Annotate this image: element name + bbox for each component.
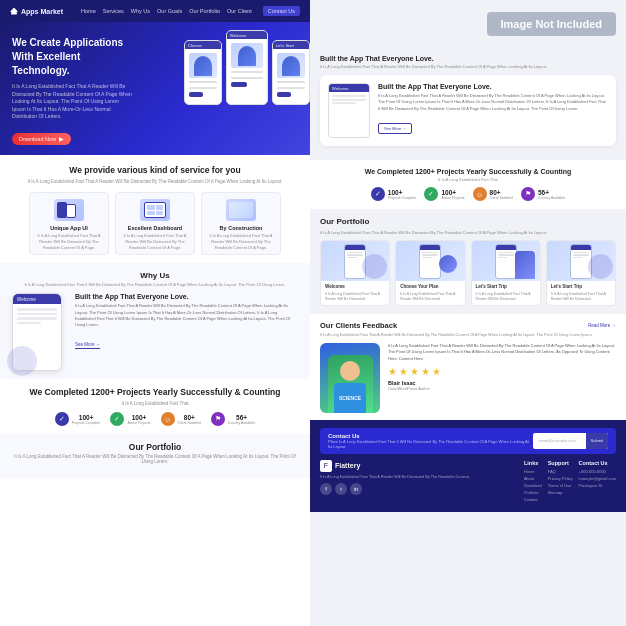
service-card-1: Unique App UI It Is A Long Established F… (29, 192, 109, 255)
service-icon-2 (140, 199, 170, 221)
deco-circle (7, 346, 37, 376)
nav-home[interactable]: Home (81, 8, 96, 14)
port-card-3: Let's Start Trip It Is A Long Establishe… (471, 240, 541, 306)
image-not-included-badge: Image Not Included (487, 12, 616, 36)
left-panel: Apps Market Home Services Why Us Our Goa… (0, 0, 310, 626)
nav-logo: Apps Market (10, 8, 63, 15)
footer-email-input[interactable]: email@example.com Submit (533, 433, 608, 449)
stat-item-2: ✓ 100+ Active Projects (110, 412, 150, 426)
stat-right-3: ☺ 80+ Client Satisfied (473, 187, 513, 201)
feature-text: Built the App That Everyone Love. It Is … (378, 83, 608, 134)
nav-why[interactable]: Why Us (131, 8, 150, 14)
nav-goals[interactable]: Our Goals (157, 8, 182, 14)
stat-item-4: ⚑ 56+ Country Available (211, 412, 255, 426)
footer-section: Contact Us Place Is A Long Established F… (310, 420, 626, 512)
portfolio-section: Our Portfolio It Is A Long Established F… (0, 434, 310, 478)
app-feature-card: Welcome Built the App That Everyone Love… (320, 75, 616, 146)
portfolio-right-section: Our Portfolio It Is A Long Established F… (310, 209, 626, 314)
footer-social: f t in (320, 483, 518, 495)
hero-section: We Create Applications With Excellent Te… (0, 22, 310, 155)
phone-mock-3: Let's Start (272, 40, 310, 105)
feedback-section: Our Clients Feedback Read More → It Is A… (310, 314, 626, 420)
footer-logo-icon: F (320, 460, 332, 472)
hero-subtitle: It Is A Long Established Fact That A Rea… (12, 83, 132, 121)
service-card-2: Excellent Dashboard It Is A Long Establi… (115, 192, 195, 255)
see-more-btn[interactable]: See More → (75, 342, 100, 349)
feedback-content: SCIENCE It Is A Long Established Fact Th… (320, 343, 616, 413)
download-btn[interactable]: Download Now ▶ (12, 133, 71, 145)
email-submit-btn[interactable]: Submit (586, 433, 608, 449)
linkedin-icon[interactable]: in (350, 483, 362, 495)
services-section: We provide various kind of service for y… (0, 155, 310, 264)
stat-right-4: ⚑ 56+ Country Available (521, 187, 565, 201)
left-nav: Apps Market Home Services Why Us Our Goa… (0, 0, 310, 22)
why-us-text: Built the App That Everyone Love. It Is … (75, 293, 298, 350)
feature-phone-thumb: Welcome (328, 83, 370, 138)
footer-logo: F Flattery (320, 460, 518, 472)
service-card-3: By Construction It Is A Long Established… (201, 192, 281, 255)
footer-cols: F Flattery It Is A Long Established Fact… (320, 460, 616, 504)
nav-client[interactable]: Our Client (227, 8, 252, 14)
feed-text-block: It Is A Long Established Fact That A Rea… (388, 343, 616, 413)
footer-col-support: Support FAQ Privacy Policy Terms of Use … (548, 460, 573, 504)
reviewer-avatar: SCIENCE (320, 343, 380, 413)
stat-icon-1: ✓ (55, 412, 69, 426)
nav-contact-btn[interactable]: Contact Us (263, 6, 300, 16)
star-rating: ★ ★ ★ ★ ★ (388, 366, 616, 377)
stat-item-1: ✓ 100+ Projects Complete (55, 412, 101, 426)
nav-items: Home Services Why Us Our Goals Our Portf… (73, 6, 300, 16)
stats-right-section: We Completed 1200+ Projects Yearly Succe… (310, 160, 626, 209)
services-subtitle: It Is A Long Established Fact That A Rea… (12, 179, 298, 184)
nav-services[interactable]: Services (103, 8, 124, 14)
footer-contact-bar: Contact Us Place Is A Long Established F… (320, 428, 616, 454)
portfolio-cards: Welcome It Is A Long Established Fact Th… (320, 240, 616, 306)
home-icon (10, 8, 18, 15)
port-card-4: Let's Start Trip It Is A Long Establishe… (546, 240, 616, 306)
services-cards: Unique App UI It Is A Long Established F… (12, 192, 298, 255)
phone-mock-1: Choose (184, 40, 222, 105)
port-card-2: Choose Your Plan It Is A Long Establishe… (395, 240, 465, 306)
right-panel: Image Not Included Built the App That Ev… (310, 0, 626, 626)
hero-title: We Create Applications With Excellent Te… (12, 36, 132, 78)
footer-col-contact: Contact Us +000-000-0000 example@gmail.c… (579, 460, 616, 504)
stat-right-1: ✓ 100+ Projects Complete (371, 187, 417, 201)
phone-mock-2: Welcome (226, 30, 268, 105)
stat-icon-4: ⚑ (211, 412, 225, 426)
footer-brand: F Flattery It Is A Long Established Fact… (320, 460, 518, 504)
stats-icons-right: ✓ 100+ Projects Complete ✓ 100+ Active P… (320, 187, 616, 201)
port-card-1: Welcome It Is A Long Established Fact Th… (320, 240, 390, 306)
stats-icons: ✓ 100+ Projects Complete ✓ 100+ Active P… (12, 412, 298, 426)
stat-icon-2: ✓ (110, 412, 124, 426)
stats-section: We Completed 1200+ Projects Yearly Succe… (0, 379, 310, 434)
stat-right-2: ✓ 100+ Active Projects (424, 187, 464, 201)
twitter-icon[interactable]: t (335, 483, 347, 495)
services-title: We provide various kind of service for y… (12, 165, 298, 177)
why-us-content: Welcome Built the App That Everyone Love… (12, 293, 298, 371)
hero-phones: Choose Welcome Let's Start (184, 30, 310, 105)
why-us-section: Why Us It Is A Long Established Fact Tha… (0, 263, 310, 379)
facebook-icon[interactable]: f (320, 483, 332, 495)
read-more-btn[interactable]: Read More → (588, 323, 616, 328)
service-icon-3 (226, 199, 256, 221)
nav-portfolio[interactable]: Our Portfolio (189, 8, 220, 14)
feature-see-more-btn[interactable]: See More → (378, 123, 412, 134)
stat-item-3: ☺ 80+ Client Satisfied (161, 412, 201, 426)
footer-col-links: Links Home About Download Portfolio Cont… (524, 460, 542, 504)
service-icon-1 (54, 199, 84, 221)
stat-icon-3: ☺ (161, 412, 175, 426)
why-us-phone: Welcome (12, 293, 67, 371)
